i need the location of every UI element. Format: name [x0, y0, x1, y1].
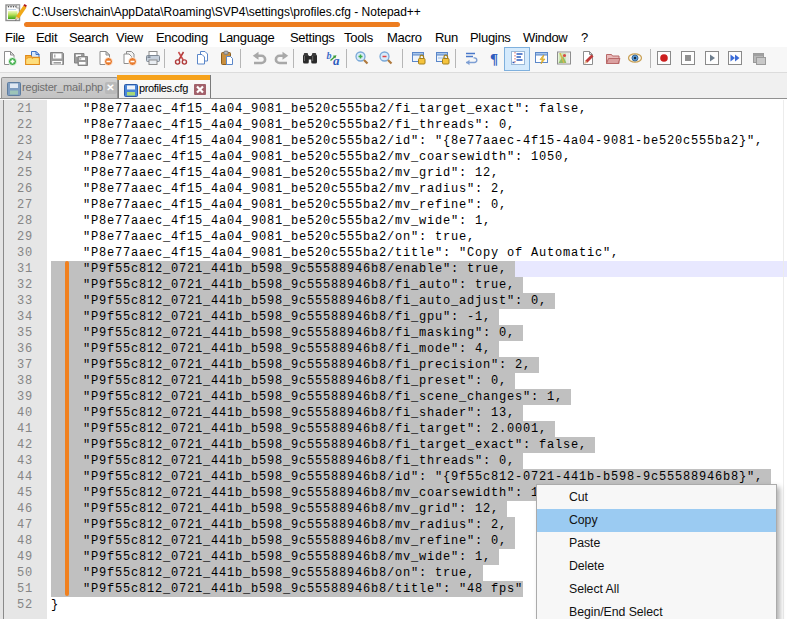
svg-text:a: a: [333, 53, 340, 67]
svg-text:b: b: [327, 50, 332, 61]
svg-text:¶: ¶: [490, 51, 498, 67]
